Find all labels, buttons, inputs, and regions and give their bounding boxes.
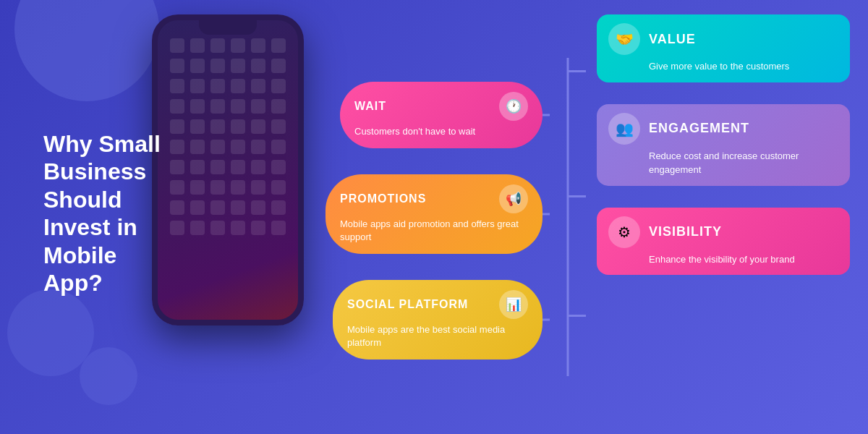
wait-connector (542, 114, 550, 116)
promotions-connector (542, 213, 550, 215)
engagement-card-icon: 👥 (608, 113, 640, 145)
h-connector-visibility (568, 315, 586, 317)
value-card: 🤝 VALUE Give more value to the customers (597, 14, 850, 82)
chart-icon: 📊 (506, 297, 522, 312)
wait-card-icon: 🕐 (499, 92, 528, 121)
promotions-card-icon: 📢 (499, 184, 528, 213)
right-section: 🤝 VALUE Give more value to the customers… (586, 0, 861, 434)
h-connector-value (568, 70, 586, 72)
headline-line2: Business Should (43, 158, 146, 212)
middle-section: WAIT 🕐 Customers don't have to wait PROM… (318, 0, 550, 434)
wait-card-description: Customers don't have to wait (354, 125, 528, 138)
promotions-card-header: PROMOTIONS 📢 (340, 184, 528, 213)
phone-notch (199, 20, 257, 35)
clock-icon: 🕐 (506, 98, 522, 114)
headline-line3: Invest in Mobile (43, 214, 137, 268)
social-connector (542, 319, 550, 321)
right-spacer-1 (597, 90, 850, 97)
value-card-icon: 🤝 (608, 23, 640, 55)
connector-section (550, 0, 586, 434)
handshake-icon: 🤝 (616, 30, 634, 48)
wait-card: WAIT 🕐 Customers don't have to wait (340, 82, 542, 148)
visibility-card: ⚙ VISIBILITY Enhance the visibility of y… (597, 208, 850, 276)
headline: Why Small Business Should Invest in Mobi… (43, 130, 203, 297)
wait-card-header: WAIT 🕐 (354, 92, 528, 121)
headline-line1: Why Small (43, 131, 161, 157)
engagement-card-title: ENGAGEMENT (649, 121, 749, 136)
promotions-card: PROMOTIONS 📢 Mobile apps aid promotion a… (326, 174, 542, 254)
engagement-card-header: 👥 ENGAGEMENT (608, 113, 838, 145)
h-connector-engagement (568, 195, 586, 197)
social-card-title: SOCIAL PLATFORM (347, 298, 468, 311)
megaphone-icon: 📢 (506, 191, 522, 207)
social-card-icon: 📊 (499, 290, 528, 319)
visibility-card-title: VISIBILITY (649, 224, 722, 239)
settings-icon: ⚙ (618, 224, 631, 241)
value-card-title: VALUE (649, 32, 696, 47)
headline-line4: App? (43, 270, 103, 296)
visibility-card-header: ⚙ VISIBILITY (608, 216, 838, 248)
page-container: Why Small Business Should Invest in Mobi… (0, 0, 868, 434)
visibility-card-icon: ⚙ (608, 216, 640, 248)
spacer-1 (326, 154, 542, 169)
social-card-header: SOCIAL PLATFORM 📊 (347, 290, 528, 319)
wait-card-title: WAIT (354, 100, 386, 113)
visibility-card-description: Enhance the visibility of your brand (608, 252, 838, 267)
vertical-line (567, 58, 569, 376)
promotions-card-title: PROMOTIONS (340, 192, 426, 205)
left-section: Why Small Business Should Invest in Mobi… (0, 0, 318, 434)
value-card-header: 🤝 VALUE (608, 23, 838, 55)
right-spacer-2 (597, 193, 850, 200)
spacer-2 (326, 260, 542, 274)
engagement-card-description: Reduce cost and increase customer engage… (608, 149, 838, 177)
social-card-description: Mobile apps are the best social media pl… (347, 323, 528, 349)
engagement-card: 👥 ENGAGEMENT Reduce cost and increase cu… (597, 104, 850, 186)
value-card-description: Give more value to the customers (608, 59, 838, 74)
people-icon: 👥 (616, 120, 634, 137)
social-card: SOCIAL PLATFORM 📊 Mobile apps are the be… (333, 280, 542, 359)
promotions-card-description: Mobile apps aid promotion and offers gre… (340, 218, 528, 244)
